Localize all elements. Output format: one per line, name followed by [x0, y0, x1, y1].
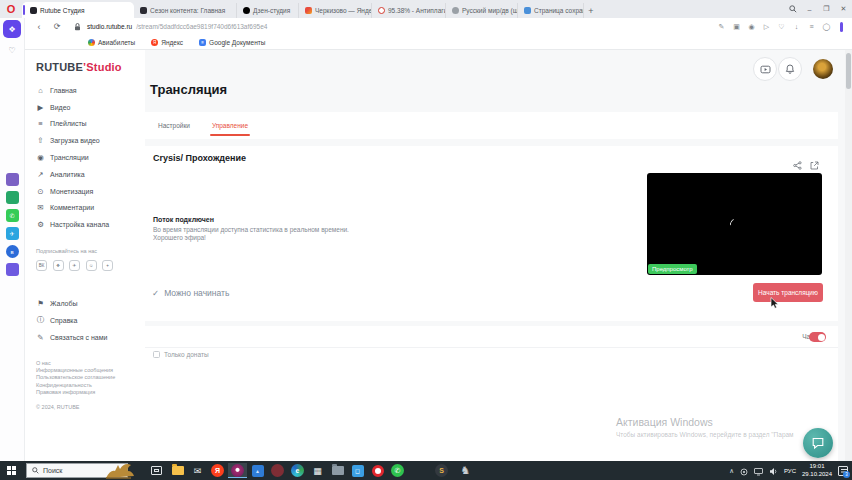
sidebar-item-contact-us[interactable]: ✎Связаться с нами [36, 329, 145, 346]
toolbar-snapshot-icon[interactable]: ▣ [732, 23, 741, 31]
mail-app-icon[interactable]: ✉ [188, 463, 207, 478]
opera-logo-icon[interactable]: O [0, 0, 22, 18]
user-avatar[interactable] [813, 59, 833, 79]
start-stream-button[interactable]: Начать трансляцию [753, 283, 823, 302]
page-scrollbar[interactable] [845, 50, 852, 461]
sidebar-item-comments[interactable]: ✉Комментарии [36, 200, 145, 217]
favorites-heart-icon[interactable]: ♡ [8, 46, 15, 55]
bookmark-google-docs[interactable]: ≡ Google Документы [199, 39, 265, 46]
tray-chevron-up-icon[interactable]: ∧ [729, 467, 734, 475]
toolbar-download-icon[interactable]: ↓ [792, 23, 801, 30]
browser-tab-saved-page[interactable]: Страница сохранения С [518, 3, 584, 18]
toolbar-menu-icon[interactable]: ≡ [807, 23, 816, 30]
social-telegram-icon[interactable]: ✈ [69, 260, 80, 271]
tab-search-icon[interactable] [784, 0, 801, 18]
whatsapp-app-icon[interactable]: ✆ [388, 463, 407, 478]
tab-settings[interactable]: Настройки [158, 112, 190, 139]
whatsapp-sidebar-icon[interactable]: ✆ [6, 209, 19, 222]
toolbar-profile-icon[interactable]: ◯ [822, 23, 831, 31]
language-indicator[interactable]: РУС [784, 468, 796, 474]
share-button[interactable] [793, 156, 802, 174]
chat-toggle[interactable] [809, 332, 826, 342]
rutube-app-icon-active[interactable] [228, 463, 247, 478]
messenger-app-icon-3[interactable] [6, 263, 19, 276]
sidebar-item-label: Загрузка видео [50, 137, 100, 144]
bookmark-yandex[interactable]: Я Яндекс [151, 39, 183, 46]
close-button[interactable]: ✕ [835, 0, 852, 18]
taskbar-clock[interactable]: 19:01 29.10.2024 [802, 463, 832, 477]
calculator-app-icon[interactable]: ▦ [308, 463, 327, 478]
browser-tab-cherkizovo[interactable]: Черкизово — Яндекс По [299, 3, 372, 18]
yandex-browser-icon[interactable]: Я [208, 463, 227, 478]
maximize-button[interactable]: ❐ [818, 0, 835, 18]
toolbar-edit-icon[interactable]: ✎ [717, 23, 726, 31]
tab-favicon [378, 7, 385, 14]
opera-browser-icon[interactable] [368, 463, 387, 478]
eagle-statuette-icon[interactable] [102, 461, 138, 480]
s-app-icon[interactable]: S [432, 463, 451, 478]
edge-browser-icon[interactable]: e [288, 463, 307, 478]
tray-network-icon[interactable] [754, 462, 763, 480]
tab-management[interactable]: Управление [212, 112, 248, 139]
sidebar-item-playlists[interactable]: ≡Плейлисты [36, 116, 145, 133]
browser-tab-dzen[interactable]: Дзен-студия [237, 3, 299, 18]
notifications-bell-button[interactable] [778, 57, 802, 81]
photos-app-icon[interactable]: ▲ [248, 463, 267, 478]
scrollbar-thumb[interactable] [846, 53, 851, 89]
blue-app-icon[interactable]: ◻ [348, 463, 367, 478]
vk-sidebar-icon[interactable]: в [6, 245, 19, 258]
site-security-lock-icon[interactable] [74, 23, 81, 31]
new-tab-button[interactable]: + [584, 3, 598, 18]
sidebar-item-home[interactable]: ⌂Главная [36, 82, 145, 99]
tray-volume-icon[interactable] [769, 462, 778, 480]
browser-tab-rutube-studio[interactable]: Rutube Студия [22, 2, 134, 18]
speed-dial-button[interactable]: ❖ [3, 20, 21, 38]
toolbar-play-icon[interactable]: ▷ [762, 23, 771, 31]
back-button[interactable]: ‹ [30, 22, 48, 32]
footer-link-about[interactable]: О нас [36, 360, 145, 367]
browser-tab-antiplagiat[interactable]: 95.38% - Антиплагиат о [372, 3, 446, 18]
sidebar-item-complaints[interactable]: ⚑Жалобы [36, 295, 145, 312]
support-chat-fab[interactable] [803, 428, 833, 458]
sidebar-item-upload-video[interactable]: ⇧Загрузка видео [36, 132, 145, 149]
footer-link-info-messages[interactable]: Информационные сообщения [36, 367, 145, 374]
messenger-app-icon-2[interactable] [6, 191, 19, 204]
messenger-app-icon-1[interactable] [6, 173, 19, 186]
browser-tab-season[interactable]: Сезон контента: Главная [134, 3, 237, 18]
browser-tab-russkiy-mir[interactable]: Русский мир/дв (шоу 20 [446, 3, 518, 18]
url-field[interactable]: studio.rutube.ru/stream/5dadfdcc6ae9819f… [87, 23, 267, 30]
video-message-button[interactable] [753, 57, 777, 81]
file-explorer-icon[interactable] [168, 463, 187, 478]
telegram-sidebar-icon[interactable]: ✈ [6, 227, 19, 240]
social-dzen-icon[interactable]: ❖ [53, 260, 64, 271]
social-more-icon[interactable]: + [102, 260, 113, 271]
toolbar-extension-icon[interactable]: ◉ [747, 23, 756, 31]
sidebar-item-help[interactable]: ⓘСправка [36, 312, 145, 329]
toolbar-bookmark-heart-icon[interactable]: ♡ [777, 23, 786, 31]
start-button[interactable] [7, 466, 16, 475]
minimize-button[interactable]: – [801, 0, 818, 18]
open-external-button[interactable] [810, 156, 819, 174]
folder-dark-icon[interactable] [328, 463, 347, 478]
sidebar-item-video[interactable]: ▶Видео [36, 99, 145, 116]
notification-center-icon[interactable]: 3 [838, 466, 848, 476]
media-app-icon[interactable] [268, 463, 287, 478]
tray-update-icon[interactable] [740, 462, 748, 480]
social-vk-icon[interactable]: ВК [36, 260, 47, 271]
rutube-studio-logo[interactable]: RUTUBE’Studio [36, 61, 145, 73]
footer-link-privacy[interactable]: Конфиденциальность [36, 382, 145, 389]
sidebar-item-streams[interactable]: ◉Трансляции [36, 149, 145, 166]
social-ok-icon[interactable]: ☺ [86, 260, 97, 271]
bookmark-aviabilety[interactable]: Авиабилеты [88, 39, 135, 46]
sidebar-panel-handle[interactable] [840, 22, 843, 32]
pet-figure-icon[interactable]: ♞ [456, 463, 475, 478]
sidebar-item-analytics[interactable]: ↗Аналитика [36, 166, 145, 183]
footer-link-legal[interactable]: Правовая информация [36, 389, 145, 396]
sidebar-item-monetization[interactable]: ⊙Монетизация [36, 183, 145, 200]
video-preview[interactable] [647, 173, 822, 275]
sidebar-item-channel-settings[interactable]: ⚙Настройка канала [36, 216, 145, 233]
task-view-button[interactable] [151, 466, 162, 475]
donates-only-checkbox[interactable] [153, 351, 160, 358]
footer-link-user-agreement[interactable]: Пользовательское соглашение [36, 374, 145, 381]
reload-button[interactable]: ⟳ [48, 22, 66, 31]
